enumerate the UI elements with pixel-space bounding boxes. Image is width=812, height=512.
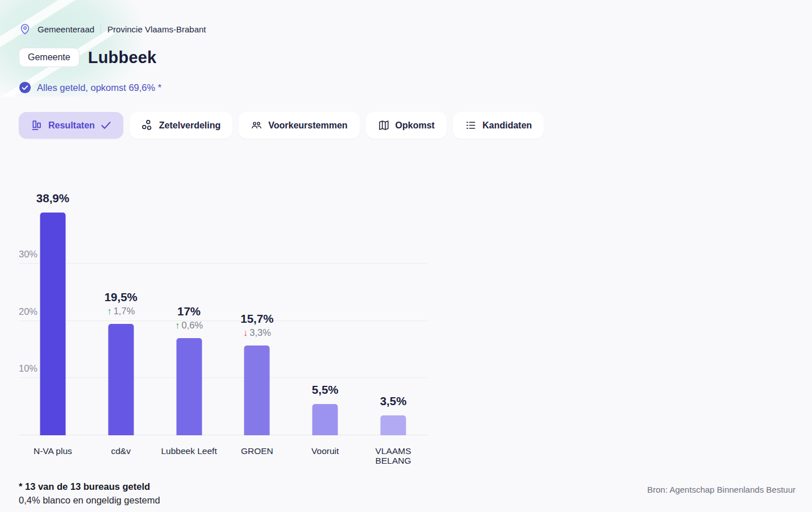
breadcrumb: Gemeenteraad Provincie Vlaams-Brabant — [19, 23, 812, 35]
blanco-footnote: 0,4% blanco en ongeldig gestemd — [19, 495, 812, 506]
list-icon — [465, 119, 477, 131]
x-axis-label: cd&v — [87, 446, 155, 466]
election-results-page: Gemeenteraad Provincie Vlaams-Brabant Ge… — [0, 0, 812, 512]
map-icon — [378, 119, 390, 131]
x-axis-label: Lubbeek Leeft — [155, 446, 223, 466]
bar-value-label: 17% — [177, 305, 201, 318]
bar-cd&v[interactable] — [108, 324, 134, 435]
results-bar-chart: 10%20%30%38,9%19,5%↑ 1,7%17%↑ 0,6%15,7%↓… — [19, 206, 427, 466]
bar-chart-icon — [31, 119, 43, 131]
bar-column: 3,5% — [359, 206, 427, 435]
bar-groen[interactable] — [244, 346, 270, 435]
breadcrumb-item-provincie[interactable]: Provincie Vlaams-Brabant — [107, 24, 206, 34]
bar-column: 38,9% — [19, 206, 87, 435]
count-status-text: Alles geteld, opkomst 69,6% * — [37, 82, 161, 93]
tab-resultaten[interactable]: Resultaten — [19, 112, 123, 139]
breadcrumb-item-gemeenteraad[interactable]: Gemeenteraad — [38, 24, 94, 34]
tab-label: Voorkeurstemmen — [268, 120, 347, 131]
bar-lubbeek-leeft[interactable] — [176, 338, 202, 435]
x-axis-label: N-VA plus — [19, 446, 87, 466]
tab-label: Zetelverdeling — [159, 120, 220, 131]
people-icon — [251, 119, 263, 131]
seats-icon — [141, 119, 153, 131]
bar-labels: 3,5% — [348, 394, 439, 408]
tab-zetelverdeling[interactable]: Zetelverdeling — [130, 112, 232, 139]
arrow-down-icon: ↓ — [243, 327, 248, 338]
bar-vlaams-belang[interactable] — [381, 415, 406, 435]
x-axis-label: VLAAMS BELANG — [359, 446, 427, 466]
category-axis: N-VA pluscd&vLubbeek LeeftGROENVooruitVL… — [19, 435, 427, 466]
bar-value-label: 19,5% — [105, 290, 138, 304]
tab-kandidaten[interactable]: Kandidaten — [453, 112, 544, 139]
tab-label: Kandidaten — [482, 120, 532, 131]
bar-columns: 38,9%19,5%↑ 1,7%17%↑ 0,6%15,7%↓ 3,3%5,5%… — [19, 206, 427, 435]
title-row: Gemeente Lubbeek — [19, 48, 812, 67]
tab-bar: Resultaten Zetelverdeling — [19, 112, 812, 139]
map-pin-icon — [19, 23, 31, 35]
source-attribution: Bron: Agentschap Binnenlands Bestuur — [647, 485, 796, 494]
tab-label: Resultaten — [48, 120, 95, 131]
bar-delta-label: ↓ 3,3% — [243, 327, 271, 338]
tab-label: Opkomst — [395, 120, 435, 131]
bar-value-label: 15,7% — [240, 312, 273, 326]
bar-value-label: 38,9% — [36, 192, 69, 205]
tab-voorkeurstemmen[interactable]: Voorkeurstemmen — [239, 112, 359, 139]
check-circle-icon — [19, 81, 31, 94]
bar-column: 15,7%↓ 3,3% — [223, 206, 291, 435]
chart-plot: 10%20%30%38,9%19,5%↑ 1,7%17%↑ 0,6%15,7%↓… — [19, 206, 427, 435]
bar-delta-label: ↑ 0,6% — [175, 320, 203, 331]
breadcrumb-divider — [101, 24, 101, 34]
bar-vooruit[interactable] — [313, 404, 338, 435]
bar-delta-label: ↑ 1,7% — [107, 306, 135, 317]
bar-labels: 15,7%↓ 3,3% — [211, 312, 302, 338]
bar-value-label: 3,5% — [380, 394, 407, 408]
tab-opkomst[interactable]: Opkomst — [366, 112, 447, 139]
check-icon — [101, 121, 111, 130]
page-title: Lubbeek — [88, 48, 157, 67]
gemeente-badge: Gemeente — [19, 48, 80, 67]
status-row: Alles geteld, opkomst 69,6% * — [19, 81, 812, 94]
x-axis-label: GROEN — [223, 446, 291, 466]
bar-value-label: 5,5% — [312, 383, 339, 397]
bar-n-va-plus[interactable] — [40, 213, 65, 435]
arrow-up-icon: ↑ — [175, 320, 180, 330]
bar-labels: 38,9% — [7, 192, 98, 205]
x-axis-label: Vooruit — [291, 446, 359, 466]
arrow-up-icon: ↑ — [107, 306, 111, 316]
